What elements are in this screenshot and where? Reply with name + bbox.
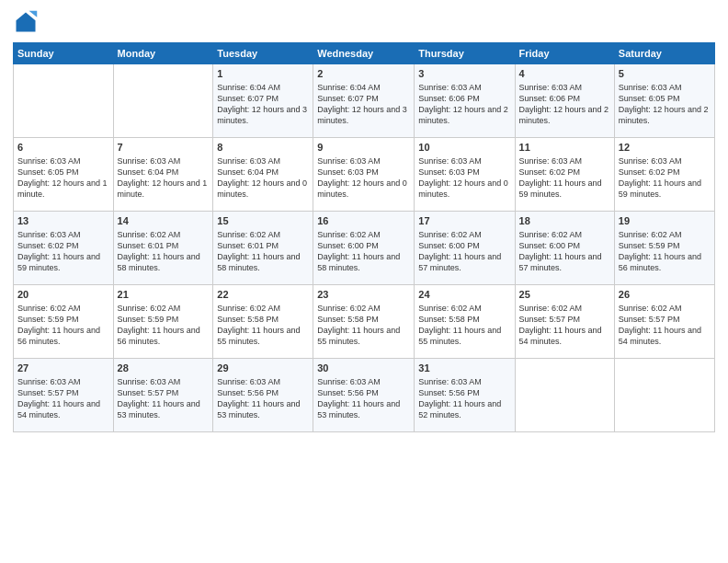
day-number: 5	[619, 67, 711, 81]
day-info: Daylight: 12 hours and 0 minutes.	[418, 178, 510, 200]
col-header-thursday: Thursday	[415, 43, 515, 64]
day-cell: 3Sunrise: 6:03 AMSunset: 6:06 PMDaylight…	[415, 64, 515, 138]
header	[13, 9, 715, 35]
day-info: Sunrise: 6:02 AM	[17, 303, 109, 314]
day-cell: 30Sunrise: 6:03 AMSunset: 5:56 PMDayligh…	[313, 359, 415, 432]
day-number: 22	[217, 288, 309, 302]
day-info: Sunset: 6:00 PM	[418, 240, 510, 251]
day-info: Sunset: 5:58 PM	[317, 314, 410, 325]
day-info: Sunset: 6:06 PM	[519, 93, 610, 104]
day-info: Sunrise: 6:03 AM	[519, 155, 610, 167]
day-number: 31	[418, 362, 510, 375]
day-cell: 10Sunrise: 6:03 AMSunset: 6:03 PMDayligh…	[415, 138, 515, 212]
day-cell: 20Sunrise: 6:02 AMSunset: 5:59 PMDayligh…	[14, 285, 114, 359]
day-cell	[614, 359, 714, 432]
week-row-3: 13Sunrise: 6:03 AMSunset: 6:02 PMDayligh…	[14, 212, 715, 285]
day-number: 10	[418, 141, 510, 155]
day-number: 13	[17, 214, 109, 228]
day-cell: 6Sunrise: 6:03 AMSunset: 6:05 PMDaylight…	[14, 138, 114, 212]
day-info: Daylight: 11 hours and 59 minutes.	[519, 178, 610, 200]
day-info: Daylight: 11 hours and 56 minutes.	[118, 325, 210, 347]
day-info: Daylight: 11 hours and 53 minutes.	[118, 398, 210, 420]
day-info: Sunrise: 6:02 AM	[418, 229, 510, 240]
day-info: Sunset: 6:04 PM	[217, 167, 309, 178]
day-info: Daylight: 11 hours and 55 minutes.	[317, 325, 410, 347]
day-info: Daylight: 11 hours and 58 minutes.	[217, 251, 309, 273]
day-info: Sunset: 5:56 PM	[217, 387, 309, 398]
day-info: Sunrise: 6:02 AM	[418, 303, 510, 314]
day-number: 15	[217, 214, 309, 228]
col-header-friday: Friday	[515, 43, 614, 64]
day-number: 4	[519, 67, 610, 81]
day-number: 7	[118, 141, 210, 155]
day-info: Sunrise: 6:02 AM	[118, 229, 210, 240]
day-number: 27	[17, 362, 109, 375]
day-cell: 4Sunrise: 6:03 AMSunset: 6:06 PMDaylight…	[515, 64, 614, 138]
day-info: Sunrise: 6:03 AM	[217, 155, 309, 167]
week-row-5: 27Sunrise: 6:03 AMSunset: 5:57 PMDayligh…	[14, 359, 715, 432]
day-info: Daylight: 11 hours and 55 minutes.	[418, 325, 510, 347]
day-info: Sunset: 6:06 PM	[418, 93, 510, 104]
day-number: 25	[519, 288, 610, 302]
day-number: 6	[17, 141, 109, 155]
day-info: Sunset: 5:59 PM	[619, 240, 711, 251]
day-cell: 22Sunrise: 6:02 AMSunset: 5:58 PMDayligh…	[213, 285, 313, 359]
day-info: Daylight: 12 hours and 2 minutes.	[619, 104, 711, 126]
day-info: Sunset: 6:02 PM	[619, 167, 711, 178]
day-number: 19	[619, 214, 711, 228]
col-header-tuesday: Tuesday	[213, 43, 313, 64]
day-cell: 29Sunrise: 6:03 AMSunset: 5:56 PMDayligh…	[213, 359, 313, 432]
day-info: Daylight: 11 hours and 59 minutes.	[619, 178, 711, 200]
day-info: Sunrise: 6:02 AM	[519, 229, 610, 240]
day-info: Sunset: 6:07 PM	[217, 93, 309, 104]
day-cell: 26Sunrise: 6:02 AMSunset: 5:57 PMDayligh…	[614, 285, 714, 359]
day-info: Sunset: 6:05 PM	[17, 167, 109, 178]
week-row-2: 6Sunrise: 6:03 AMSunset: 6:05 PMDaylight…	[14, 138, 715, 212]
day-info: Daylight: 12 hours and 3 minutes.	[217, 104, 309, 126]
day-number: 3	[418, 67, 510, 81]
day-cell: 21Sunrise: 6:02 AMSunset: 5:59 PMDayligh…	[113, 285, 213, 359]
day-info: Sunrise: 6:02 AM	[619, 229, 711, 240]
day-cell: 2Sunrise: 6:04 AMSunset: 6:07 PMDaylight…	[313, 64, 415, 138]
day-info: Sunrise: 6:02 AM	[519, 303, 610, 314]
day-info: Sunset: 5:59 PM	[118, 314, 210, 325]
day-number: 12	[619, 141, 711, 155]
day-info: Sunset: 5:57 PM	[519, 314, 610, 325]
day-info: Sunrise: 6:03 AM	[418, 82, 510, 93]
day-number: 26	[619, 288, 711, 302]
day-cell: 1Sunrise: 6:04 AMSunset: 6:07 PMDaylight…	[213, 64, 313, 138]
day-cell: 12Sunrise: 6:03 AMSunset: 6:02 PMDayligh…	[614, 138, 714, 212]
day-info: Daylight: 11 hours and 52 minutes.	[418, 398, 510, 420]
day-info: Sunrise: 6:03 AM	[619, 82, 711, 93]
day-cell: 9Sunrise: 6:03 AMSunset: 6:03 PMDaylight…	[313, 138, 415, 212]
day-info: Sunrise: 6:02 AM	[217, 229, 309, 240]
day-cell: 23Sunrise: 6:02 AMSunset: 5:58 PMDayligh…	[313, 285, 415, 359]
logo-icon	[13, 9, 39, 35]
day-number: 16	[317, 214, 410, 228]
day-info: Daylight: 11 hours and 53 minutes.	[317, 398, 410, 420]
day-cell: 31Sunrise: 6:03 AMSunset: 5:56 PMDayligh…	[415, 359, 515, 432]
day-info: Sunrise: 6:03 AM	[317, 376, 410, 387]
day-number: 17	[418, 214, 510, 228]
day-info: Daylight: 11 hours and 54 minutes.	[519, 325, 610, 347]
day-info: Sunset: 6:03 PM	[317, 167, 410, 178]
day-info: Sunrise: 6:03 AM	[17, 155, 109, 167]
day-info: Sunset: 5:56 PM	[317, 387, 410, 398]
day-number: 24	[418, 288, 510, 302]
day-info: Sunrise: 6:02 AM	[217, 303, 309, 314]
day-cell: 18Sunrise: 6:02 AMSunset: 6:00 PMDayligh…	[515, 212, 614, 285]
day-info: Sunset: 6:00 PM	[317, 240, 410, 251]
col-header-saturday: Saturday	[614, 43, 714, 64]
day-cell: 15Sunrise: 6:02 AMSunset: 6:01 PMDayligh…	[213, 212, 313, 285]
day-info: Sunrise: 6:02 AM	[118, 303, 210, 314]
day-info: Daylight: 11 hours and 54 minutes.	[619, 325, 711, 347]
day-info: Daylight: 12 hours and 1 minute.	[118, 178, 210, 200]
day-cell: 5Sunrise: 6:03 AMSunset: 6:05 PMDaylight…	[614, 64, 714, 138]
day-info: Sunrise: 6:03 AM	[217, 376, 309, 387]
day-cell: 24Sunrise: 6:02 AMSunset: 5:58 PMDayligh…	[415, 285, 515, 359]
day-cell	[515, 359, 614, 432]
day-number: 28	[118, 362, 210, 375]
calendar-table: SundayMondayTuesdayWednesdayThursdayFrid…	[13, 42, 715, 432]
day-info: Sunset: 6:01 PM	[217, 240, 309, 251]
day-info: Daylight: 11 hours and 56 minutes.	[17, 325, 109, 347]
